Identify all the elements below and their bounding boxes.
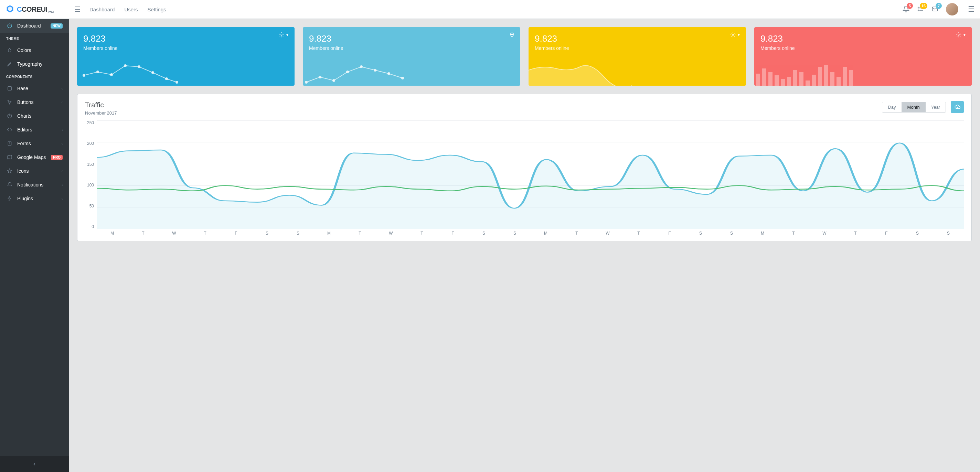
svg-point-21	[305, 81, 308, 84]
widget-value: 9.823	[83, 33, 288, 44]
sidebar-item-icons[interactable]: Icons ‹	[0, 164, 69, 178]
sparkline	[303, 62, 406, 86]
card-title: Traffic	[85, 101, 117, 109]
sidebar-item-forms[interactable]: Forms ‹	[0, 137, 69, 150]
nav-settings[interactable]: Settings	[148, 6, 166, 13]
puzzle-icon	[6, 86, 13, 91]
svg-rect-36	[787, 77, 791, 86]
sparkline	[77, 62, 180, 86]
sidebar-item-typography[interactable]: Typography	[0, 57, 69, 71]
period-year[interactable]: Year	[925, 102, 946, 112]
svg-point-29	[732, 34, 733, 35]
svg-point-11	[281, 34, 282, 35]
sidebar-item-label: Typography	[17, 61, 42, 67]
sidebar-item-label: Plugins	[17, 196, 33, 201]
widget-card: ▼ 9.823 Members online	[754, 27, 972, 86]
widget-label: Members online	[83, 45, 288, 51]
svg-point-24	[346, 70, 349, 73]
svg-rect-35	[781, 79, 785, 86]
svg-point-30	[958, 34, 959, 35]
nav-users[interactable]: Users	[124, 6, 138, 13]
sidebar-item-editors[interactable]: Editors ‹	[0, 123, 69, 137]
list-badge: 15	[920, 3, 928, 9]
svg-rect-45	[843, 67, 847, 86]
chevron-left-icon: ‹	[62, 87, 63, 91]
bell-icon[interactable]: 5	[902, 5, 910, 13]
brand-text: COREUI	[22, 5, 48, 13]
brand-logo[interactable]: CCOREUI PRO	[5, 5, 69, 14]
cursor-icon	[6, 99, 13, 105]
widget-card: 9.823 Members online	[303, 27, 520, 86]
period-month[interactable]: Month	[902, 102, 925, 112]
svg-point-17	[151, 71, 154, 74]
code-icon	[6, 127, 13, 132]
period-day[interactable]: Day	[882, 102, 901, 112]
svg-rect-31	[756, 74, 760, 86]
user-avatar[interactable]	[946, 3, 958, 16]
widget-settings[interactable]: ▼	[279, 32, 289, 38]
sidebar-item-google-maps[interactable]: Google Maps PRO	[0, 150, 69, 164]
pie-icon	[6, 113, 13, 119]
sidebar-item-plugins[interactable]: Plugins ‹	[0, 192, 69, 205]
svg-point-26	[374, 69, 377, 72]
svg-point-27	[387, 72, 390, 75]
sidebar-item-colors[interactable]: Colors	[0, 43, 69, 57]
mail-icon[interactable]: 7	[931, 5, 939, 13]
gear-icon	[279, 32, 284, 38]
svg-rect-42	[824, 65, 828, 86]
download-button[interactable]	[951, 101, 964, 113]
svg-rect-43	[830, 72, 834, 86]
svg-point-19	[175, 81, 178, 84]
widget-settings[interactable]: ▼	[730, 32, 740, 38]
svg-rect-33	[768, 72, 773, 86]
caret-down-icon: ▼	[286, 33, 289, 37]
map-icon	[6, 154, 13, 160]
chevron-left-icon: ‹	[62, 142, 63, 146]
traffic-card: Traffic November 2017 Day Month Year 250…	[77, 94, 972, 241]
sidebar-item-label: Editors	[17, 127, 32, 132]
widget-value: 9.823	[535, 33, 740, 44]
header-nav: Dashboard Users Settings	[89, 6, 166, 13]
cloud-download-icon	[954, 104, 960, 110]
svg-point-13	[96, 70, 99, 73]
svg-point-4	[918, 9, 919, 9]
svg-point-28	[401, 77, 404, 79]
svg-rect-8	[8, 87, 12, 91]
hexagon-logo-icon	[5, 5, 15, 14]
widget-settings[interactable]: ▼	[956, 32, 966, 38]
pencil-icon	[6, 61, 13, 67]
sidebar-item-notifications[interactable]: Notifications ‹	[0, 178, 69, 192]
svg-rect-38	[799, 72, 803, 86]
list-icon[interactable]: 15	[917, 5, 924, 13]
sidebar-minimize[interactable]	[0, 456, 69, 472]
sidebar-item-dashboard[interactable]: Dashboard NEW	[0, 19, 69, 33]
svg-point-25	[360, 65, 363, 68]
svg-point-15	[124, 64, 127, 67]
sidebar-toggle[interactable]: ☰	[69, 5, 86, 13]
svg-point-5	[918, 10, 919, 11]
sidebar-item-base[interactable]: Base ‹	[0, 81, 69, 95]
nav-dashboard[interactable]: Dashboard	[89, 6, 115, 13]
sidebar-item-buttons[interactable]: Buttons ‹	[0, 95, 69, 109]
chevron-left-icon: ‹	[62, 183, 63, 187]
svg-rect-37	[793, 70, 797, 86]
caret-down-icon: ▼	[963, 33, 966, 37]
sidebar-item-label: Icons	[17, 168, 29, 174]
aside-toggle[interactable]: ☰	[968, 5, 975, 14]
chevron-left-icon: ‹	[62, 169, 63, 173]
svg-rect-32	[762, 68, 766, 86]
svg-rect-34	[775, 75, 779, 86]
sidebar-item-label: Colors	[17, 48, 31, 53]
sidebar-item-charts[interactable]: Charts	[0, 109, 69, 123]
star-icon	[6, 168, 13, 174]
widget-value: 9.823	[309, 33, 514, 44]
sidebar-item-label: Forms	[17, 141, 31, 146]
sidebar-item-label: Google Maps	[17, 154, 46, 160]
sidebar: Dashboard NEW THEME Colors Typography CO…	[0, 19, 69, 472]
brand-suffix: PRO	[48, 10, 54, 13]
sidebar-title-components: COMPONENTS	[0, 71, 69, 81]
widget-label: Members online	[760, 45, 966, 51]
widget-location[interactable]	[509, 32, 515, 38]
card-subtitle: November 2017	[85, 110, 117, 116]
svg-point-23	[332, 79, 335, 82]
